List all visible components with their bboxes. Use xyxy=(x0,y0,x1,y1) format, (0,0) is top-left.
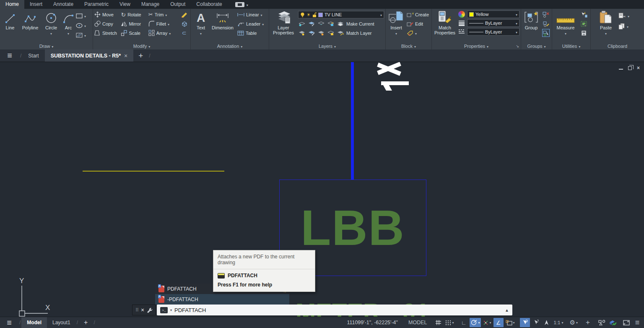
make-current-label[interactable]: Make Current xyxy=(346,21,374,26)
quick-calc-icon[interactable] xyxy=(581,29,587,37)
copy-clip-button[interactable] xyxy=(618,22,629,30)
hatch-button[interactable] xyxy=(76,31,91,39)
ribbon-display-toggle[interactable] xyxy=(235,0,248,9)
quick-select-icon[interactable] xyxy=(581,10,587,18)
model-tab[interactable]: Model xyxy=(21,317,47,328)
layer-thaw-all-icon[interactable] xyxy=(317,30,325,36)
dimension-button[interactable]: Dimension xyxy=(210,10,236,43)
stretch-button[interactable]: Stretch xyxy=(94,29,120,37)
isodraft-toggle[interactable]: ▾ xyxy=(482,318,492,327)
paste-button[interactable]: Paste xyxy=(597,10,615,43)
object-snap-tracking-toggle[interactable]: ∠ xyxy=(493,318,504,327)
panel-launcher-icon[interactable]: ↘ xyxy=(516,44,519,48)
layers-panel-title[interactable]: Layers xyxy=(269,43,385,49)
match-layer-label[interactable]: Match Layer xyxy=(346,31,372,36)
group-selection-toggle-icon[interactable] xyxy=(542,29,550,37)
workspace-settings-button[interactable]: ⚙ ▾ xyxy=(569,318,579,327)
file-tab-start[interactable]: Start xyxy=(22,49,44,62)
layout-menu-icon[interactable] xyxy=(0,317,18,328)
model-space-toggle[interactable]: MODEL xyxy=(406,318,429,327)
object-snap-toggle[interactable]: ▾ xyxy=(504,318,516,327)
scale-button[interactable]: Scale xyxy=(121,29,147,37)
insert-button[interactable]: Insert xyxy=(387,10,405,43)
layer-properties-button[interactable]: Layer Properties xyxy=(270,10,296,43)
file-tabs-menu-icon[interactable] xyxy=(0,49,19,62)
tab-collaborate[interactable]: Collaborate xyxy=(191,0,227,9)
cad-blue-line[interactable] xyxy=(351,62,354,180)
erase-icon[interactable] xyxy=(181,10,187,18)
linear-button[interactable]: Linear xyxy=(237,10,267,18)
group-edit-icon[interactable] xyxy=(543,20,549,28)
polyline-button[interactable]: Polyline xyxy=(19,10,42,43)
circle-button[interactable]: Circle xyxy=(42,10,61,43)
annotation-visibility-toggle[interactable] xyxy=(520,318,530,327)
layer-select[interactable]: ☀ TV LINE xyxy=(298,11,384,18)
lineweight-icon[interactable] xyxy=(458,20,465,26)
cad-yellow-line[interactable] xyxy=(83,171,224,172)
command-input[interactable]: >_ ▾ PDFATTACH ▲ xyxy=(157,305,512,315)
match-properties-button[interactable]: Match Properties xyxy=(433,10,457,43)
draw-panel-title[interactable]: Draw xyxy=(0,43,93,49)
close-icon[interactable]: × xyxy=(637,65,640,70)
restore-icon[interactable] xyxy=(628,66,632,70)
ortho-mode-toggle[interactable]: ∟ xyxy=(459,318,469,327)
ellipse-button[interactable] xyxy=(76,21,91,29)
rotate-button[interactable]: ↻ Rotate xyxy=(121,10,147,18)
fillet-button[interactable]: Fillet xyxy=(148,20,178,28)
annotation-scale-icon-button[interactable] xyxy=(542,318,552,327)
explode-icon[interactable] xyxy=(181,20,187,28)
layer-off-icon[interactable] xyxy=(298,21,305,26)
linetype-select[interactable]: ByLayer xyxy=(467,28,519,36)
graphics-performance-button[interactable] xyxy=(608,318,618,327)
object-color-select[interactable]: Yellow xyxy=(467,10,519,18)
close-command-icon[interactable]: × xyxy=(141,307,144,313)
text-button[interactable]: A Text xyxy=(192,10,210,43)
drawing-canvas[interactable]: × LBB METER - 01 Y X Attaches a new PDF … xyxy=(0,62,644,317)
annotation-panel-title[interactable]: Annotation xyxy=(191,43,269,49)
file-tab-drawing[interactable]: SUBSTATION DETAILS - R5* xyxy=(45,49,134,62)
layout1-tab[interactable]: Layout1 xyxy=(47,317,76,328)
tab-view[interactable]: View xyxy=(114,0,136,9)
ungroup-icon[interactable] xyxy=(543,10,549,18)
line-button[interactable]: Line xyxy=(1,10,19,43)
schematic-switch-symbol[interactable] xyxy=(374,62,416,92)
linetype-icon[interactable] xyxy=(458,29,465,35)
color-wheel-icon[interactable] xyxy=(458,11,465,18)
layer-isolate-icon[interactable] xyxy=(308,21,315,26)
measure-button[interactable]: Measure xyxy=(553,10,578,43)
rectangle-button[interactable] xyxy=(76,12,91,20)
layer-on-off-icon[interactable] xyxy=(298,30,305,36)
groups-panel-title[interactable]: Groups xyxy=(521,43,552,49)
edit-block-button[interactable]: Edit xyxy=(407,20,430,28)
layer-unlock2-icon[interactable] xyxy=(327,30,334,36)
expand-history-icon[interactable]: ▲ xyxy=(505,308,509,312)
clean-screen-button[interactable] xyxy=(621,318,631,327)
block-panel-title[interactable]: Block xyxy=(386,43,431,49)
tab-output[interactable]: Output xyxy=(165,0,191,9)
properties-panel-title[interactable]: Properties ↘ xyxy=(432,43,521,49)
offset-icon[interactable]: ⊂ xyxy=(182,29,187,37)
layer-lock-icon[interactable] xyxy=(327,21,334,26)
tab-insert[interactable]: Insert xyxy=(24,0,48,9)
mirror-button[interactable]: Mirror xyxy=(121,20,147,28)
move-button[interactable]: Move xyxy=(94,10,120,18)
lineweight-select[interactable]: ByLayer xyxy=(467,19,519,27)
attribute-button[interactable] xyxy=(407,29,430,37)
cut-button[interactable]: ✂ xyxy=(618,12,629,20)
tab-annotate[interactable]: Annotate xyxy=(48,0,79,9)
modify-panel-title[interactable]: Modify xyxy=(93,43,190,49)
group-button[interactable]: ★ Group xyxy=(522,10,540,43)
new-drawing-icon[interactable] xyxy=(133,49,148,62)
grid-display-toggle[interactable] xyxy=(433,318,443,327)
copy-button[interactable]: Copy xyxy=(94,20,120,28)
minimize-icon[interactable] xyxy=(619,69,623,70)
scale-select[interactable]: 1:1 ▾ xyxy=(553,318,565,327)
select-objects-icon[interactable] xyxy=(581,20,587,28)
drag-handle-icon[interactable]: ⠿ xyxy=(135,307,138,313)
new-layout-icon[interactable] xyxy=(79,317,93,328)
trim-button[interactable]: ✂ Trim xyxy=(148,10,178,18)
create-block-button[interactable]: ★ Create xyxy=(407,10,430,18)
layer-freeze-icon[interactable]: * xyxy=(317,21,325,26)
recent-commands-icon[interactable]: ▾ xyxy=(170,308,172,312)
tab-parametric[interactable]: Parametric xyxy=(79,0,114,9)
